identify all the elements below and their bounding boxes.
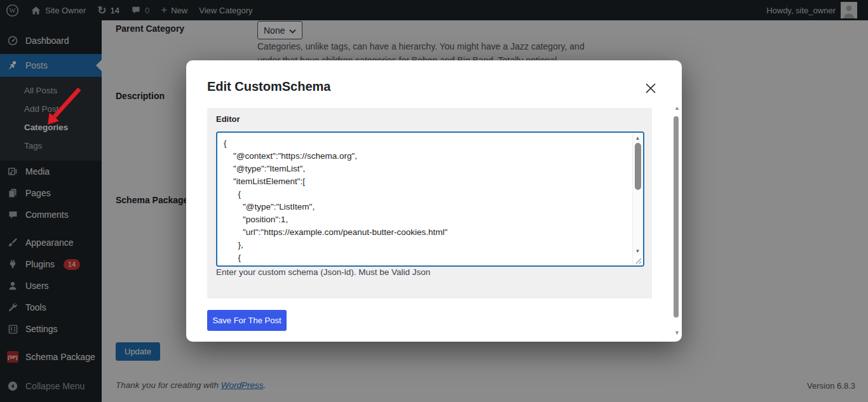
resize-grip[interactable] [633,256,642,265]
save-for-the-post-button[interactable]: Save For The Post [207,310,287,331]
textarea-scrollbar[interactable]: ▲ ▼ [632,133,643,265]
textarea-scrollbar-thumb[interactable] [635,143,641,190]
modal-title: Edit CustomSchema [207,79,330,94]
schema-editor-textarea[interactable]: { "@context":"https://schema.org", "@typ… [216,131,644,267]
modal-scroll-up-icon[interactable]: ▲ [674,105,680,111]
editor-panel: Editor { "@context":"https://schema.org"… [207,108,652,298]
edit-customschema-modal: Edit CustomSchema Editor { "@context":"h… [186,60,682,342]
scroll-up-icon[interactable]: ▲ [632,133,643,142]
scroll-down-icon[interactable]: ▼ [632,246,643,255]
modal-scroll-down-icon[interactable]: ▼ [674,330,680,336]
wordpress-admin-screen: W Site Owner ↻ 14 0 + New View Category [0,0,868,402]
editor-helper-text: Enter your custom schema (Json-ld). Must… [216,267,430,277]
schema-json-content: { "@context":"https://schema.org", "@typ… [217,133,643,267]
editor-label: Editor [216,114,240,124]
modal-scrollbar-thumb[interactable] [674,116,679,318]
close-icon[interactable] [642,79,660,97]
